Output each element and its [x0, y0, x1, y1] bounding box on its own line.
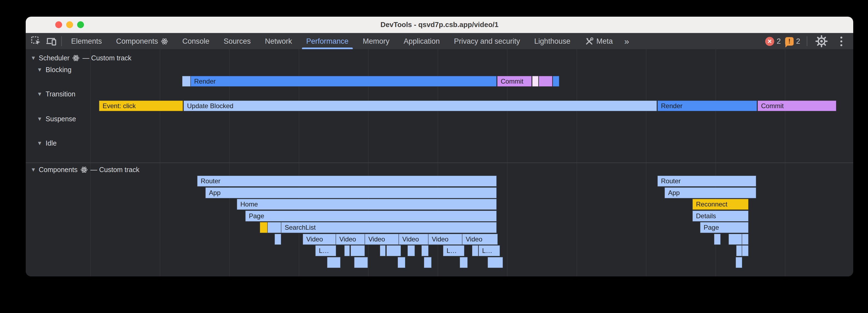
tab-label: Sources	[224, 37, 251, 46]
flame-bar-render[interactable]: Render	[191, 76, 497, 86]
flame-bar[interactable]	[260, 222, 268, 233]
lane-label-transition[interactable]: ▼Transition	[37, 90, 75, 98]
tab-network[interactable]: Network	[258, 33, 299, 49]
more-tabs-icon[interactable]: »	[620, 36, 633, 46]
flame-bar[interactable]	[460, 257, 468, 268]
flame-bar-searchlist[interactable]: SearchList	[281, 222, 497, 233]
tab-privacy-and-security[interactable]: Privacy and security	[447, 33, 527, 49]
atom-icon	[72, 54, 80, 62]
flame-bar-video[interactable]: Video	[336, 234, 365, 245]
tab-label: Components	[116, 37, 158, 46]
flame-bar[interactable]	[398, 257, 405, 268]
macos-titlebar: DevTools - qsvd7p.csb.app/video/1	[26, 17, 853, 33]
flame-bar[interactable]	[488, 257, 503, 268]
flame-bar[interactable]	[532, 76, 538, 86]
inspect-icon[interactable]	[28, 34, 44, 49]
track-header-components[interactable]: ▼Components— Custom track	[31, 166, 140, 174]
device-toolbar-icon[interactable]	[44, 34, 59, 49]
tab-sources[interactable]: Sources	[217, 33, 258, 49]
flame-bar[interactable]	[539, 76, 552, 86]
tab-console[interactable]: Console	[175, 33, 217, 49]
atom-icon	[161, 38, 168, 45]
warning-icon: !	[785, 37, 794, 46]
caret-down-icon: ▼	[37, 115, 42, 123]
flame-bar[interactable]	[350, 245, 365, 256]
flame-bar[interactable]	[472, 245, 478, 256]
devtools-toolbar: ElementsComponentsConsoleSourcesNetworkP…	[26, 33, 853, 50]
flame-bar[interactable]	[736, 257, 742, 268]
flame-bar[interactable]	[407, 245, 415, 256]
flame-bar[interactable]	[553, 76, 559, 86]
caret-down-icon: ▼	[37, 90, 42, 98]
flame-bar-update-blocked[interactable]: Update Blocked	[184, 101, 657, 111]
flame-bar[interactable]	[275, 234, 281, 245]
flame-bar-details[interactable]: Details	[692, 211, 748, 221]
flame-bar-l[interactable]: L…	[478, 245, 500, 256]
flame-bar-reconnect[interactable]: Reconnect	[692, 199, 748, 210]
flame-bar-app[interactable]: App	[206, 187, 497, 198]
caret-down-icon: ▼	[37, 139, 42, 147]
tab-label: Performance	[306, 37, 349, 46]
settings-gear-icon[interactable]	[814, 34, 829, 49]
flame-bar-event-click[interactable]: Event: click	[99, 101, 183, 111]
warning-count: 2	[796, 37, 800, 46]
caret-down-icon: ▼	[31, 166, 36, 174]
track-header-scheduler[interactable]: ▼Scheduler— Custom track	[31, 54, 131, 62]
flame-bar[interactable]	[380, 245, 385, 256]
warning-badge[interactable]: ! 2	[785, 37, 800, 46]
flame-bar[interactable]	[714, 234, 721, 245]
tab-components[interactable]: Components	[109, 33, 175, 49]
flame-bar-app[interactable]: App	[664, 187, 756, 198]
flame-bar-l[interactable]: L…	[443, 245, 464, 256]
flame-bar-page[interactable]: Page	[245, 211, 497, 221]
flame-bar[interactable]	[386, 245, 401, 256]
flame-bar-video[interactable]: Video	[399, 234, 428, 245]
tab-label: Application	[404, 37, 440, 46]
flame-bar-router[interactable]: Router	[657, 176, 756, 186]
flame-bar[interactable]	[742, 245, 748, 256]
flame-bar-page[interactable]: Page	[700, 222, 748, 233]
flame-bar-video[interactable]: Video	[365, 234, 399, 245]
flame-bar[interactable]	[422, 245, 429, 256]
flame-bar[interactable]	[742, 234, 748, 245]
kebab-menu-icon[interactable]	[834, 34, 849, 49]
flame-bar[interactable]	[354, 257, 368, 268]
flame-bar[interactable]	[424, 257, 432, 268]
tab-meta[interactable]: Meta	[578, 33, 620, 49]
tab-elements[interactable]: Elements	[64, 33, 109, 49]
flame-bar-commit[interactable]: Commit	[497, 76, 532, 86]
tab-label: Network	[265, 37, 292, 46]
flame-bar-l[interactable]: L…	[315, 245, 336, 256]
flame-bar-video[interactable]: Video	[428, 234, 462, 245]
tab-label: Meta	[596, 37, 613, 46]
track-title: Scheduler	[39, 54, 70, 62]
flame-bar-home[interactable]: Home	[237, 199, 497, 210]
track-separator	[26, 163, 853, 163]
flame-bar-render[interactable]: Render	[657, 101, 757, 111]
flame-bar-router[interactable]: Router	[197, 176, 497, 186]
lane-label-suspense[interactable]: ▼Suspense	[37, 115, 76, 123]
error-badge[interactable]: × 2	[765, 37, 781, 46]
flame-bar-video[interactable]: Video	[303, 234, 336, 245]
lane-label-idle[interactable]: ▼Idle	[37, 139, 57, 147]
flame-bar[interactable]	[268, 222, 281, 233]
track-suffix: — Custom track	[91, 166, 140, 174]
flame-bar-commit[interactable]: Commit	[757, 101, 836, 111]
flame-bar[interactable]	[327, 257, 340, 268]
flame-bar[interactable]	[182, 76, 191, 86]
flame-bar-video[interactable]: Video	[462, 234, 498, 245]
toolbar-divider	[807, 36, 807, 46]
lane-label-text: Idle	[46, 139, 57, 147]
flame-bar[interactable]	[736, 245, 742, 256]
tab-performance[interactable]: Performance	[299, 33, 356, 49]
error-icon: ×	[765, 37, 774, 46]
devtools-window: DevTools - qsvd7p.csb.app/video/1 Elemen…	[26, 17, 853, 276]
lane-label-blocking[interactable]: ▼Blocking	[37, 66, 71, 74]
flame-bar[interactable]	[344, 245, 350, 256]
tab-application[interactable]: Application	[397, 33, 447, 49]
flame-bar[interactable]	[728, 234, 742, 245]
toolbar-divider	[61, 36, 62, 46]
tab-memory[interactable]: Memory	[355, 33, 397, 49]
tab-lighthouse[interactable]: Lighthouse	[527, 33, 578, 49]
caret-down-icon: ▼	[31, 54, 36, 62]
